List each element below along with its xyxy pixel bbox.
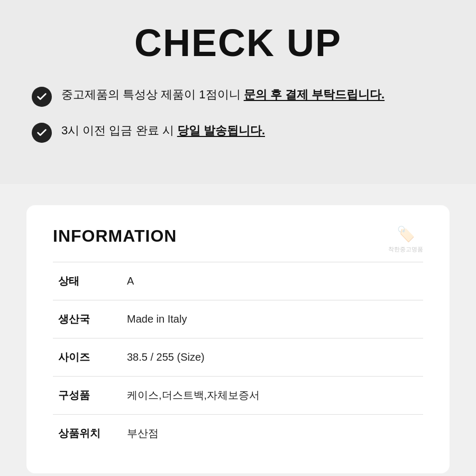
value-location: 부산점 <box>122 415 423 453</box>
info-card: INFORMATION 🏷️ 착한중고명품 상태 A 생산국 Made in I… <box>26 205 450 473</box>
check-text-2: 3시 이전 입금 완료 시 당일 발송됩니다. <box>61 122 265 139</box>
info-title: INFORMATION <box>53 226 423 246</box>
value-condition: A <box>122 262 423 300</box>
table-row: 구성품 케이스,더스트백,자체보증서 <box>53 377 423 415</box>
watermark-icon: 🏷️ <box>388 225 423 243</box>
table-row: 상품위치 부산점 <box>53 415 423 453</box>
label-components: 구성품 <box>53 377 122 415</box>
label-condition: 상태 <box>53 262 122 300</box>
value-size: 38.5 / 255 (Size) <box>122 338 423 377</box>
check-item-1: 중고제품의 특성상 제품이 1점이니 문의 후 결제 부탁드립니다. <box>32 86 444 107</box>
bottom-section: INFORMATION 🏷️ 착한중고명품 상태 A 생산국 Made in I… <box>0 184 476 476</box>
watermark-text: 착한중고명품 <box>388 246 423 252</box>
checkmark-icon-2 <box>32 123 52 143</box>
table-row: 상태 A <box>53 262 423 300</box>
label-location: 상품위치 <box>53 415 122 453</box>
table-row: 생산국 Made in Italy <box>53 300 423 338</box>
info-table: 상태 A 생산국 Made in Italy 사이즈 38.5 / 255 (S… <box>53 262 423 452</box>
value-components: 케이스,더스트백,자체보증서 <box>122 377 423 415</box>
top-section: CHECK UP 중고제품의 특성상 제품이 1점이니 문의 후 결제 부탁드립… <box>0 0 476 184</box>
checkmark-icon-1 <box>32 87 52 107</box>
page-title: CHECK UP <box>32 16 444 86</box>
table-row: 사이즈 38.5 / 255 (Size) <box>53 338 423 377</box>
label-size: 사이즈 <box>53 338 122 377</box>
check-item-2: 3시 이전 입금 완료 시 당일 발송됩니다. <box>32 122 444 143</box>
value-origin: Made in Italy <box>122 300 423 338</box>
label-origin: 생산국 <box>53 300 122 338</box>
check-text-1: 중고제품의 특성상 제품이 1점이니 문의 후 결제 부탁드립니다. <box>61 86 385 103</box>
watermark: 🏷️ 착한중고명품 <box>388 225 423 253</box>
